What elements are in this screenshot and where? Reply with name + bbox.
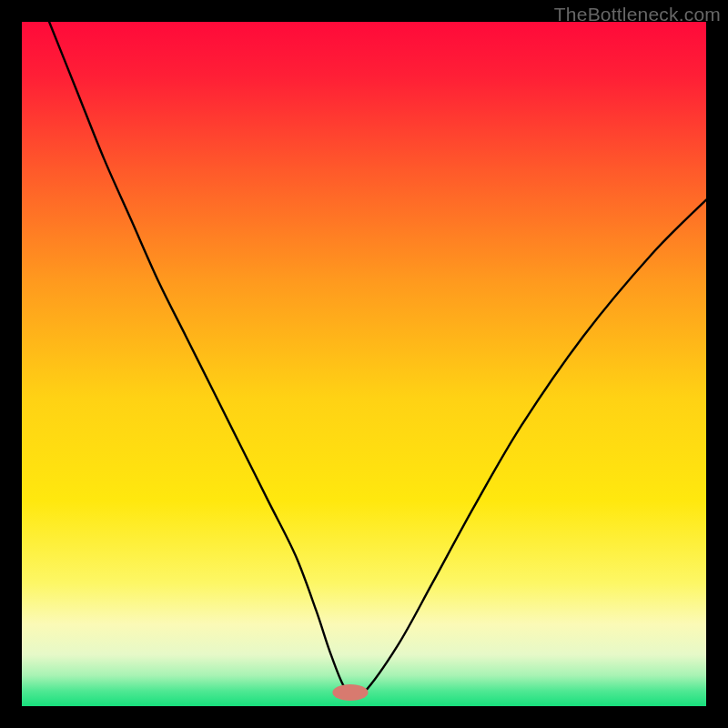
optimal-point-marker [332,684,368,701]
chart-frame: TheBottleneck.com [0,0,728,728]
bottleneck-chart [22,22,706,706]
gradient-background [22,22,706,706]
plot-area [22,22,706,706]
watermark-text: TheBottleneck.com [554,4,721,25]
